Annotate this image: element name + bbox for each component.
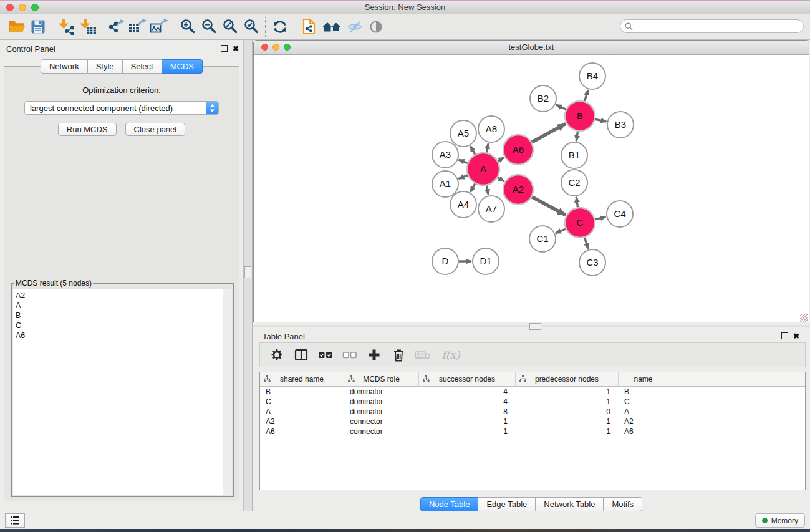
column-header-predecessor-nodes[interactable]: predecessor nodes: [516, 372, 619, 386]
float-panel-icon[interactable]: [781, 332, 788, 339]
deselect-all-icon[interactable]: [340, 345, 359, 365]
graph-node-C3[interactable]: C3: [579, 249, 605, 276]
graph-node-C2[interactable]: C2: [561, 170, 587, 196]
graph-edge-A2-C[interactable]: [532, 197, 566, 215]
graph-node-B4[interactable]: B4: [579, 63, 605, 89]
column-header-mcds-role[interactable]: MCDS role: [344, 372, 419, 386]
search-input[interactable]: [635, 21, 803, 31]
graph-node-D1[interactable]: D1: [473, 248, 499, 274]
graph-node-C4[interactable]: C4: [607, 201, 633, 227]
tab-motifs[interactable]: Motifs: [604, 497, 642, 511]
graph-node-B1[interactable]: B1: [561, 142, 587, 168]
graph-node-A6[interactable]: A6: [503, 135, 533, 165]
graph-edge-A-A4[interactable]: [470, 184, 475, 192]
export-network-icon[interactable]: [106, 16, 127, 38]
graph-node-A1[interactable]: A1: [432, 171, 458, 197]
export-table-icon[interactable]: [127, 16, 148, 38]
function-builder-icon[interactable]: f(x): [438, 345, 464, 365]
zoom-fit-icon[interactable]: [219, 16, 241, 38]
table-row[interactable]: Adominator80A: [260, 407, 805, 417]
graph-edge-A-A1[interactable]: [458, 175, 467, 179]
graph-edge-A-A8[interactable]: [486, 143, 488, 153]
graph-node-B3[interactable]: B3: [607, 112, 634, 138]
column-header-shared-name[interactable]: shared name: [260, 372, 344, 386]
network-window-titlebar[interactable]: testGlobe.txt: [254, 41, 809, 55]
delete-column-trash-icon[interactable]: [389, 345, 408, 365]
graph-edge-C-C2[interactable]: [576, 197, 577, 207]
graph-edge-B-B2[interactable]: [556, 105, 566, 109]
mcds-result-item[interactable]: C: [16, 321, 223, 331]
graph-edge-A-A6[interactable]: [498, 158, 504, 161]
column-header-successor-nodes[interactable]: successor nodes: [419, 372, 516, 386]
memory-button[interactable]: Memory: [755, 513, 805, 528]
graph-node-A2[interactable]: A2: [503, 175, 533, 205]
tab-node-table[interactable]: Node Table: [420, 497, 479, 511]
table-row[interactable]: A2connector11A2: [260, 417, 805, 427]
graph-node-A8[interactable]: A8: [478, 116, 504, 142]
graph-node-D[interactable]: D: [432, 248, 458, 274]
mcds-result-list[interactable]: A2ABCA6: [13, 289, 223, 495]
open-folder-icon[interactable]: [6, 16, 27, 38]
mcds-result-item[interactable]: B: [16, 311, 223, 321]
zoom-out-icon[interactable]: [198, 16, 219, 38]
export-image-icon[interactable]: [148, 16, 170, 38]
mcds-list-scrollbar[interactable]: [223, 289, 232, 495]
column-header-name[interactable]: name: [619, 372, 668, 386]
table-row[interactable]: A6connector11A6: [260, 427, 805, 437]
tab-edge-table[interactable]: Edge Table: [478, 497, 536, 511]
graph-edge-A-A5[interactable]: [470, 146, 475, 154]
import-network-icon[interactable]: [56, 16, 77, 38]
run-mcds-button[interactable]: Run MCDS: [58, 123, 117, 136]
graph-edge-C-C4[interactable]: [595, 217, 605, 220]
mcds-result-item[interactable]: A2: [16, 291, 223, 301]
network-canvas[interactable]: B4B2BB3A5A8A6A3B1AC2A1A2A4A7C4CC1DD1C3: [254, 55, 809, 322]
refresh-layout-icon[interactable]: [269, 16, 291, 38]
graph-node-A3[interactable]: A3: [432, 142, 458, 168]
table-row[interactable]: Bdominator41B: [260, 387, 805, 397]
table-options-gear-icon[interactable]: [268, 345, 286, 365]
graph-edge-A-A2[interactable]: [498, 178, 504, 181]
graph-node-C1[interactable]: C1: [529, 226, 556, 252]
graph-node-B[interactable]: B: [565, 101, 595, 131]
criterion-select[interactable]: largest connected component (directed): [24, 101, 219, 115]
show-start-panel-icon[interactable]: [319, 16, 344, 38]
graphics-details-eye-icon[interactable]: [365, 16, 387, 38]
search-field[interactable]: [620, 19, 804, 33]
graph-edge-B-B1[interactable]: [576, 132, 577, 141]
show-column-icon[interactable]: [292, 345, 311, 365]
network-from-file-icon[interactable]: [298, 16, 319, 38]
graph-edge-C-C1[interactable]: [556, 229, 566, 233]
import-table-icon[interactable]: [77, 16, 99, 38]
table-row[interactable]: Cdominator41C: [260, 397, 805, 407]
save-icon[interactable]: [27, 16, 49, 38]
graph-edge-B-B4[interactable]: [584, 90, 588, 101]
graph-node-B2[interactable]: B2: [530, 85, 556, 112]
graph-edge-C-C3[interactable]: [584, 238, 588, 249]
graph-node-A4[interactable]: A4: [450, 191, 476, 218]
graph-edge-A-A3[interactable]: [459, 160, 468, 163]
graph-edge-B-B3[interactable]: [595, 119, 606, 122]
resize-grip-icon[interactable]: [800, 314, 808, 322]
tab-network-table[interactable]: Network Table: [536, 497, 604, 511]
tab-mcds[interactable]: MCDS: [162, 59, 203, 74]
task-history-button[interactable]: [5, 513, 25, 528]
close-panel-button[interactable]: Close panel: [125, 123, 186, 136]
float-panel-icon[interactable]: [221, 45, 228, 52]
close-panel-icon[interactable]: ✖: [233, 46, 239, 52]
graph-edge-A6-B[interactable]: [532, 123, 566, 142]
tab-network[interactable]: Network: [41, 59, 88, 74]
node-table[interactable]: shared nameMCDS rolesuccessor nodesprede…: [259, 372, 806, 490]
vertical-splitter[interactable]: [243, 40, 253, 511]
zoom-in-icon[interactable]: [177, 16, 198, 38]
graph-node-A7[interactable]: A7: [478, 196, 504, 222]
close-panel-icon[interactable]: ✖: [793, 333, 799, 339]
graph-edge-A-A7[interactable]: [486, 185, 488, 195]
hide-selection-eye-icon[interactable]: [344, 16, 365, 38]
graph-node-A5[interactable]: A5: [450, 120, 476, 147]
tab-style[interactable]: Style: [88, 59, 123, 74]
delete-table-icon[interactable]: [413, 345, 432, 365]
graph-node-A[interactable]: A: [467, 153, 499, 185]
mcds-result-item[interactable]: A: [16, 301, 223, 311]
mcds-result-item[interactable]: A6: [16, 331, 223, 341]
tab-select[interactable]: Select: [123, 59, 162, 74]
